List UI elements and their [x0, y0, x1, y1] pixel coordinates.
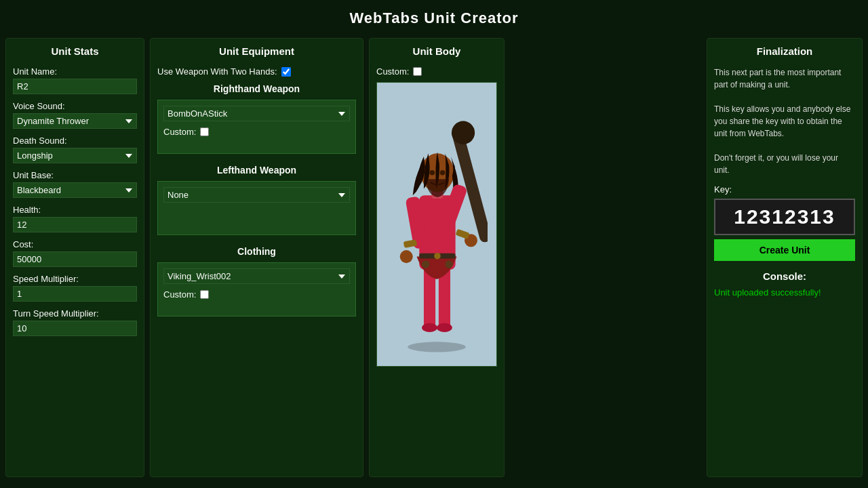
console-output: Unit uploaded successfully!: [714, 287, 855, 298]
unit-character-svg: [386, 89, 488, 360]
righthand-title: Righthand Weapon: [157, 83, 356, 94]
body-custom-label: Custom:: [376, 66, 409, 77]
body-panel: Unit Body Custom:: [369, 38, 505, 477]
finalization-description: This next part is the most important par…: [714, 66, 855, 176]
finalization-desc-line3: Don't forget it, or you will lose your u…: [714, 153, 838, 175]
unit-image: [376, 82, 497, 367]
turn-speed-label: Turn Speed Multiplier:: [13, 308, 137, 319]
two-hands-label: Use Weapon With Two Hands:: [157, 66, 277, 77]
death-sound-label: Death Sound:: [13, 136, 137, 146]
righthand-custom-label: Custom:: [163, 127, 196, 137]
voice-sound-label: Voice Sound:: [13, 101, 137, 111]
clothing-select[interactable]: Viking_Wrist002 None Viking_Armor Blackb…: [163, 268, 350, 284]
console-title: Console:: [714, 270, 855, 282]
stats-panel: Unit Stats Unit Name: Voice Sound: Dynam…: [5, 38, 144, 477]
speed-multiplier-input[interactable]: [13, 286, 137, 302]
righthand-weapon-select[interactable]: BombOnAStick None Sword Axe Shield: [163, 106, 350, 121]
lefthand-title: Lefthand Weapon: [157, 165, 356, 176]
create-unit-button[interactable]: Create Unit: [714, 239, 855, 261]
svg-point-0: [408, 342, 466, 352]
health-label: Health:: [13, 205, 137, 215]
body-title: Unit Body: [376, 45, 497, 60]
app-title: WebTabs Unit Creator: [0, 0, 868, 34]
two-hands-checkbox[interactable]: [281, 67, 291, 77]
unit-base-select[interactable]: Blackbeard Default Viking Skeleton: [13, 182, 137, 198]
lefthand-weapon-box: None Sword Axe Shield BombOnAStick: [157, 181, 356, 235]
svg-point-3: [422, 323, 437, 332]
key-display: 12312313: [714, 199, 855, 235]
body-custom-checkbox[interactable]: [413, 67, 422, 76]
finalization-desc-line1: This next part is the most important par…: [714, 68, 841, 89]
lefthand-weapon-select[interactable]: None Sword Axe Shield BombOnAStick: [163, 187, 350, 203]
death-sound-select[interactable]: Longship Default Viking Explosion: [13, 148, 137, 163]
righthand-weapon-box: BombOnAStick None Sword Axe Shield Custo…: [157, 100, 356, 154]
svg-rect-21: [456, 229, 470, 239]
health-input[interactable]: [13, 217, 137, 232]
svg-point-4: [437, 323, 452, 332]
clothing-title: Clothing: [157, 246, 356, 257]
clothing-custom-label: Custom:: [163, 289, 196, 300]
clothing-box: Viking_Wrist002 None Viking_Armor Blackb…: [157, 262, 356, 317]
righthand-custom-checkbox[interactable]: [200, 127, 209, 136]
svg-point-11: [400, 250, 413, 263]
unit-name-input[interactable]: [13, 79, 137, 94]
middle-spacer: [510, 38, 701, 477]
turn-speed-input[interactable]: [13, 321, 137, 336]
speed-multiplier-label: Speed Multiplier:: [13, 274, 137, 284]
unit-base-label: Unit Base:: [13, 170, 137, 180]
clothing-custom-checkbox[interactable]: [200, 290, 209, 299]
svg-point-15: [452, 121, 475, 144]
unit-name-label: Unit Name:: [13, 66, 137, 77]
stats-title: Unit Stats: [13, 45, 137, 60]
cost-input[interactable]: [13, 251, 137, 267]
svg-point-8: [430, 170, 435, 176]
equipment-title: Unit Equipment: [157, 45, 356, 60]
finalization-panel: Finalization This next part is the most …: [707, 38, 863, 477]
voice-sound-select[interactable]: Dynamite Thrower Default Viking Zombie: [13, 113, 137, 129]
finalization-title: Finalization: [714, 45, 855, 60]
cost-label: Cost:: [13, 239, 137, 249]
svg-point-19: [445, 260, 452, 268]
key-label: Key:: [714, 184, 855, 195]
svg-point-18: [422, 260, 429, 268]
svg-point-17: [434, 253, 441, 260]
finalization-desc-line2: This key allows you and anybody else you…: [714, 104, 850, 138]
svg-point-9: [440, 170, 446, 176]
equipment-panel: Unit Equipment Use Weapon With Two Hands…: [150, 38, 363, 477]
